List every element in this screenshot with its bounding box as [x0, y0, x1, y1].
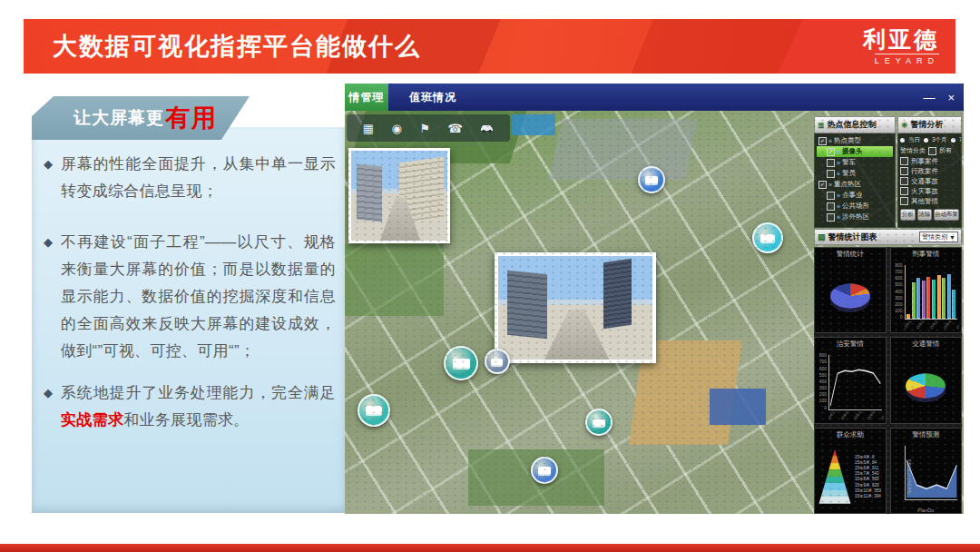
checkbox-icon[interactable]: [928, 147, 936, 155]
tree-item[interactable]: »警车: [817, 157, 893, 168]
incident-type-row[interactable]: 刑事案件: [900, 156, 959, 166]
analysis-button[interactable]: 清除: [917, 209, 933, 221]
pyramid-label: 15年9月, 829: [855, 483, 881, 488]
map-toolbar: ▦ ◉ ⚑ ☎: [347, 114, 510, 142]
checkbox-icon[interactable]: [827, 192, 835, 200]
chart-category-dropdown[interactable]: 警情类别 ▼: [919, 232, 958, 242]
category-row: 警情分类 所有: [900, 145, 959, 156]
tree-item-label: 热点类型: [834, 136, 861, 145]
analysis-panel-body: 当日3个月7天 警情分类 所有 刑事案件行政案件交通事故火灾事故其他警情 分析清…: [897, 133, 962, 228]
map-marker[interactable]: [444, 346, 478, 380]
vehicle-icon: [453, 359, 470, 368]
logo-subtitle: LEYARD: [875, 54, 939, 65]
vehicle-icon: [491, 359, 503, 365]
tab-incident-management[interactable]: 情管理: [345, 84, 388, 111]
city-3d-map[interactable]: ▦ ◉ ⚑ ☎: [345, 111, 964, 514]
hotspot-panel-title: 热点信息控制: [828, 119, 877, 131]
chart-title: 警情统计: [815, 248, 886, 260]
checkbox-icon[interactable]: [827, 170, 835, 178]
analysis-button[interactable]: 自动布警: [934, 209, 959, 221]
axis-tick: 600: [817, 367, 827, 371]
bar: [952, 290, 956, 319]
pyramid-label: 15年5月, 84: [855, 460, 881, 465]
chart-body: [891, 350, 962, 422]
pyramid-label: 15年6月, 911: [855, 466, 881, 470]
tree-item[interactable]: ✓»摄像头: [817, 146, 893, 157]
list-icon: ≣: [818, 121, 825, 130]
axis-tick: 200: [817, 392, 827, 397]
chart-body: [815, 260, 886, 332]
chart-title: 治安警情: [815, 338, 886, 350]
chevron-icon: »: [837, 214, 840, 221]
map-marker[interactable]: [638, 166, 665, 193]
header-band: 大数据可视化指挥平台能做什么 利亚德 LEYARD: [24, 19, 956, 74]
screen-icon[interactable]: ▦: [363, 123, 374, 134]
chart-title: 警情预测: [891, 429, 962, 440]
checkbox-icon[interactable]: ✓: [818, 181, 827, 189]
bar: [942, 278, 946, 320]
radio-icon[interactable]: [951, 138, 956, 143]
map-marker[interactable]: [358, 394, 390, 427]
checkbox-icon[interactable]: ✓: [827, 148, 835, 156]
period-label: 当日: [908, 136, 920, 144]
chart-panel: 交通警情: [890, 337, 963, 423]
map-marker[interactable]: [485, 349, 510, 374]
tree-item-label: 公共场所: [842, 202, 869, 211]
radio-icon[interactable]: [900, 138, 905, 143]
incident-type-row[interactable]: 火灾事故: [900, 186, 959, 196]
checkbox-icon[interactable]: ✓: [818, 137, 827, 145]
incident-type-row[interactable]: 交通事故: [900, 176, 959, 186]
section-banner: 让大屏幕更 有用: [32, 96, 250, 140]
checkbox-icon[interactable]: [900, 177, 908, 185]
checkbox-icon[interactable]: [827, 159, 835, 167]
minimize-button[interactable]: —: [923, 92, 935, 104]
banner-prefix: 让大屏幕更: [74, 106, 164, 130]
checkbox-icon[interactable]: [900, 187, 908, 195]
camera-icon[interactable]: ◉: [392, 123, 402, 134]
incident-type-row[interactable]: 其他警情: [900, 196, 959, 206]
bullet-text: 系统地提升了业务处理能力，完全满足实战需求和业务展现需求。: [61, 380, 336, 434]
checkbox-icon[interactable]: [827, 213, 835, 222]
hotspot-panel-header: ≣ 热点信息控制: [814, 116, 896, 133]
tree-item[interactable]: ✓»重点热区: [817, 179, 893, 190]
diamond-bullet-icon: ◆: [44, 229, 53, 365]
all-label: 所有: [939, 146, 952, 155]
pie-chart: [906, 374, 946, 399]
street-photo-popup: [495, 252, 656, 363]
phone-icon[interactable]: ☎: [448, 123, 463, 134]
tree-item[interactable]: »公共场所: [817, 201, 893, 212]
axis-tick: 300: [817, 386, 827, 390]
close-button[interactable]: ×: [947, 92, 955, 104]
tree-item[interactable]: »企事业: [817, 190, 893, 201]
chart-body: 800700600500400300200100015年1月15年2月15年3月…: [815, 350, 886, 422]
bar: [906, 314, 910, 319]
chart-panel: 治安警情800700600500400300200100015年1月15年2月1…: [814, 337, 887, 423]
tree-item[interactable]: ✓»热点类型: [817, 135, 893, 146]
tree-item-label: 警车: [842, 158, 856, 167]
x-axis-labels: 15年1月15年2月15年3月15年4月15年5月15年6月15年7月15年8月: [828, 411, 884, 422]
axis-tick: 200: [893, 302, 903, 307]
incident-type-label: 火灾事故: [911, 187, 938, 196]
axis-tick: 0: [893, 315, 903, 320]
map-marker[interactable]: [752, 222, 783, 253]
pin-icon[interactable]: ⚑: [419, 123, 430, 134]
analysis-button[interactable]: 分析: [900, 209, 916, 221]
tab-duty-status[interactable]: 值班情况: [401, 84, 465, 111]
y-axis: 8007006005004003002001000: [817, 353, 827, 409]
checkbox-icon[interactable]: [900, 167, 908, 175]
map-marker[interactable]: [585, 409, 612, 436]
analysis-panel-header: ✳ 警情分析: [897, 116, 962, 133]
radio-icon[interactable]: [924, 138, 928, 143]
photo-building: [507, 271, 547, 339]
chevron-icon: »: [828, 138, 832, 144]
checkbox-icon[interactable]: [900, 157, 908, 165]
line-chart: [829, 355, 882, 409]
checkbox-icon[interactable]: [900, 197, 908, 205]
map-marker[interactable]: [531, 457, 558, 484]
tree-item[interactable]: »涉外热区: [817, 212, 893, 222]
car-icon[interactable]: [480, 123, 494, 133]
incident-type-row[interactable]: 行政案件: [900, 166, 959, 176]
tree-item[interactable]: »警员: [817, 168, 893, 179]
axis-tick: 400: [893, 290, 903, 294]
checkbox-icon[interactable]: [827, 202, 835, 211]
